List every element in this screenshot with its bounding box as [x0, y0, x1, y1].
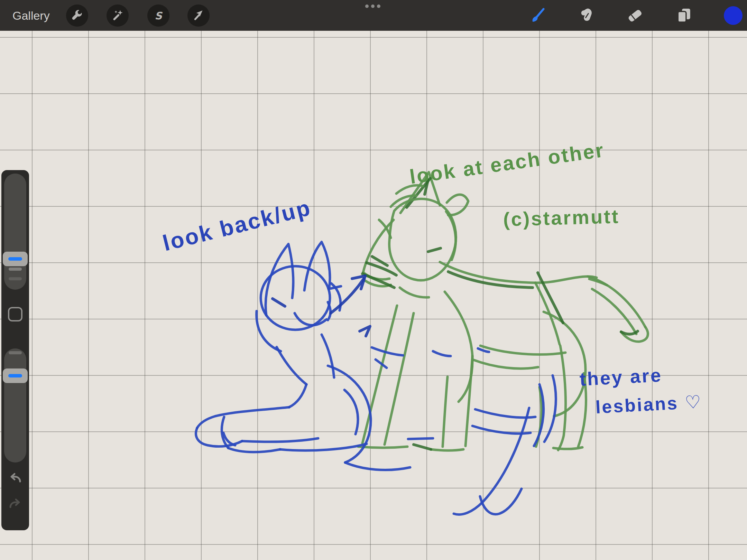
- eraser-icon: [626, 7, 644, 25]
- paint-tool-button[interactable]: [527, 5, 548, 26]
- top-toolbar: Gallery S: [0, 0, 747, 31]
- slider-accent-bar: [8, 374, 22, 377]
- slider-accent-bar: [8, 257, 22, 261]
- magic-wand-icon: [111, 9, 124, 22]
- undo-arrow-icon: [8, 471, 23, 486]
- multitask-dots[interactable]: [365, 4, 380, 8]
- smudge-tool-button[interactable]: [576, 5, 597, 26]
- procreate-window: look back/up look at each other (c)starm…: [0, 0, 747, 560]
- note-they-are: they are: [579, 364, 663, 390]
- gallery-button[interactable]: Gallery: [12, 9, 50, 22]
- color-swatch-button[interactable]: [724, 6, 743, 25]
- transform-button[interactable]: [187, 4, 210, 27]
- erase-tool-button[interactable]: [625, 5, 645, 26]
- artist-credit: (c)starmutt: [503, 205, 620, 231]
- brush-opacity-slider[interactable]: [4, 348, 26, 463]
- s-curve-icon: S: [152, 9, 165, 22]
- slider-tick: [9, 268, 22, 271]
- undo-button[interactable]: [8, 471, 23, 486]
- layers-button[interactable]: [674, 5, 694, 26]
- smudge-finger-icon: [578, 7, 596, 25]
- wrench-icon: [71, 9, 84, 22]
- slider-tick: [9, 277, 22, 280]
- selection-button[interactable]: S: [147, 4, 169, 27]
- actions-button[interactable]: [66, 4, 88, 27]
- brush-sidebar: [1, 170, 29, 530]
- redo-arrow-icon: [8, 496, 23, 512]
- drawing-canvas[interactable]: [0, 31, 747, 560]
- move-arrow-icon: [192, 9, 205, 22]
- brush-size-slider[interactable]: [4, 174, 26, 290]
- slider-tick: [9, 351, 22, 354]
- layers-icon: [675, 7, 693, 25]
- brush-opacity-thumb[interactable]: [3, 368, 28, 383]
- brush-icon: [529, 7, 547, 25]
- adjustments-button[interactable]: [107, 4, 129, 27]
- brush-size-thumb[interactable]: [3, 252, 28, 266]
- svg-text:S: S: [155, 10, 163, 21]
- redo-button[interactable]: [8, 496, 23, 512]
- modify-button[interactable]: [8, 307, 22, 321]
